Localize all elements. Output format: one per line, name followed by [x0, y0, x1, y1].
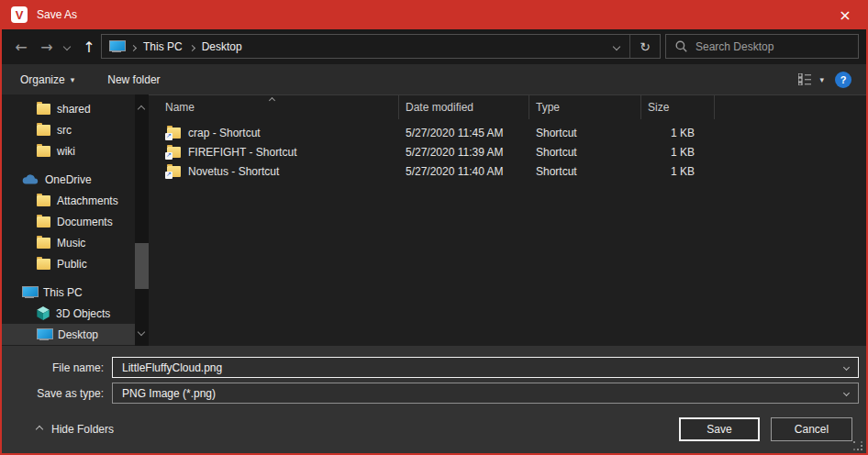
hide-folders-chevron-icon — [36, 426, 43, 433]
folder-tree: shared src wiki OneDrive Attachments Doc… — [2, 94, 149, 345]
help-icon[interactable]: ? — [835, 72, 851, 88]
close-icon[interactable]: × — [824, 0, 866, 29]
sidebar-item-label: Attachments — [57, 194, 118, 207]
folder-tree-sidebar: shared src wiki OneDrive Attachments Doc… — [2, 94, 149, 346]
column-header-name[interactable]: Name — [149, 95, 399, 119]
organize-caret-icon: ▾ — [71, 75, 75, 84]
sidebar-item-label: Music — [57, 237, 85, 250]
breadcrumb-this-pc[interactable]: This PC — [143, 40, 183, 53]
window-title: Save As — [37, 8, 77, 21]
vivaldi-app-icon: V — [11, 6, 28, 23]
back-icon[interactable]: ← — [9, 29, 33, 64]
sidebar-item-label: 3D Objects — [56, 307, 110, 320]
cancel-button[interactable]: Cancel — [771, 417, 852, 441]
monitor-icon — [37, 328, 51, 340]
folder-icon — [37, 216, 50, 228]
sidebar-item-src[interactable]: src — [2, 119, 149, 140]
file-size: 1 KB — [641, 161, 715, 181]
shortcut-arrow-overlay-icon: ↗ — [165, 133, 172, 140]
address-bar[interactable]: This PC Desktop ↻ — [101, 34, 661, 59]
file-name-value: LittleFluffyCloud.png — [122, 361, 222, 374]
view-mode-button[interactable]: ▾ — [798, 73, 824, 85]
sidebar-item-wiki[interactable]: wiki — [2, 140, 149, 161]
onedrive-cloud-icon — [22, 174, 39, 184]
sidebar-item-label: shared — [57, 103, 91, 116]
file-name: Novetus - Shortcut — [188, 165, 279, 178]
up-one-level-icon[interactable]: ↑ — [77, 29, 101, 64]
content-area: shared src wiki OneDrive Attachments Doc… — [2, 94, 866, 346]
shortcut-arrow-overlay-icon: ↗ — [165, 152, 172, 160]
scroll-up-icon[interactable] — [139, 102, 144, 115]
new-folder-label: New folder — [107, 73, 160, 86]
organize-label: Organize — [20, 73, 65, 86]
sidebar-item-documents[interactable]: Documents — [2, 211, 149, 232]
sidebar-item-onedrive[interactable]: OneDrive — [2, 169, 149, 190]
save-as-type-dropdown-chevron-icon[interactable] — [843, 390, 850, 396]
shortcut-arrow-overlay-icon: ↗ — [165, 172, 172, 179]
file-type: Shortcut — [529, 142, 641, 161]
save-as-type-label: Save as type: — [2, 387, 112, 400]
file-row-novetus-shortcut[interactable]: ↗Novetus - Shortcut 5/27/2020 11:40 AM S… — [149, 161, 866, 181]
search-box[interactable]: Search Desktop — [665, 34, 859, 59]
file-name-input[interactable]: LittleFluffyCloud.png — [112, 357, 859, 378]
sidebar-item-label: Documents — [57, 216, 113, 228]
column-header-size[interactable]: Size — [641, 95, 715, 119]
desktop-location-icon — [109, 40, 124, 52]
column-label: Type — [536, 101, 560, 114]
folder-icon — [37, 238, 50, 249]
sidebar-item-label: OneDrive — [45, 173, 92, 186]
save-as-type-value: PNG Image (*.png) — [122, 387, 216, 400]
file-list-header: Name Date modified Type Size — [149, 94, 866, 119]
forward-icon[interactable]: → — [35, 29, 59, 64]
scrollbar-thumb[interactable] — [135, 243, 149, 289]
file-date: 5/27/2020 11:39 AM — [399, 142, 529, 161]
dialog-footer: Hide Folders Save Cancel — [2, 417, 866, 445]
folder-icon — [37, 125, 50, 136]
breadcrumb-desktop[interactable]: Desktop — [202, 40, 242, 53]
sidebar-item-this-pc[interactable]: This PC — [2, 282, 149, 303]
sidebar-item-label: src — [57, 124, 72, 137]
breadcrumb-separator-icon — [190, 40, 195, 53]
hide-folders-button[interactable]: Hide Folders — [37, 423, 114, 436]
folder-icon — [37, 259, 50, 270]
button-group: Save Cancel — [679, 417, 852, 441]
save-as-type-select[interactable]: PNG Image (*.png) — [112, 383, 859, 404]
file-row-crap-shortcut[interactable]: ↗crap - Shortcut 5/27/2020 11:45 AM Shor… — [149, 123, 866, 142]
sidebar-item-music[interactable]: Music — [2, 232, 149, 253]
sidebar-item-shared[interactable]: shared — [2, 98, 149, 119]
monitor-icon — [22, 286, 37, 298]
app-icon-letter: V — [16, 8, 24, 22]
resize-grip[interactable] — [853, 441, 862, 450]
sidebar-scrollbar[interactable] — [135, 94, 149, 346]
new-folder-button[interactable]: New folder — [107, 73, 160, 86]
file-list: Name Date modified Type Size ↗crap - Sho… — [149, 94, 866, 346]
sidebar-item-public[interactable]: Public — [2, 253, 149, 274]
file-name-dropdown-chevron-icon[interactable] — [843, 364, 850, 371]
refresh-icon[interactable]: ↻ — [630, 39, 660, 54]
address-dropdown-chevron-icon[interactable] — [604, 44, 629, 50]
toolbar-right-group: ▾ ? — [798, 72, 866, 88]
file-size: 1 KB — [641, 142, 715, 161]
recent-locations-chevron-icon[interactable] — [59, 29, 75, 64]
column-header-type[interactable]: Type — [529, 95, 641, 119]
folder-icon — [37, 146, 50, 157]
search-placeholder: Search Desktop — [696, 40, 773, 53]
file-size: 1 KB — [641, 123, 715, 142]
sidebar-item-attachments[interactable]: Attachments — [2, 190, 149, 211]
bottom-panel: File name: LittleFluffyCloud.png Save as… — [2, 346, 866, 453]
file-rows: ↗crap - Shortcut 5/27/2020 11:45 AM Shor… — [149, 123, 866, 181]
folder-icon — [37, 104, 50, 115]
sidebar-item-label: wiki — [57, 145, 75, 158]
file-name-label: File name: — [2, 361, 112, 374]
scroll-down-icon[interactable] — [139, 325, 144, 338]
file-type: Shortcut — [529, 123, 641, 142]
save-button[interactable]: Save — [679, 417, 760, 441]
column-header-date-modified[interactable]: Date modified — [399, 95, 529, 119]
organize-button[interactable]: Organize ▾ — [20, 73, 74, 86]
folder-shortcut-icon: ↗ — [167, 147, 181, 158]
sidebar-item-desktop[interactable]: Desktop — [2, 324, 149, 345]
view-mode-caret-icon[interactable]: ▾ — [819, 75, 824, 84]
file-row-firefight-shortcut[interactable]: ↗FIREFIGHT - Shortcut 5/27/2020 11:39 AM… — [149, 142, 866, 161]
save-as-dialog: V Save As × ← → ↑ This PC Desktop ↻ Sear… — [0, 0, 868, 455]
sidebar-item-3d-objects[interactable]: 3D Objects — [2, 303, 149, 324]
